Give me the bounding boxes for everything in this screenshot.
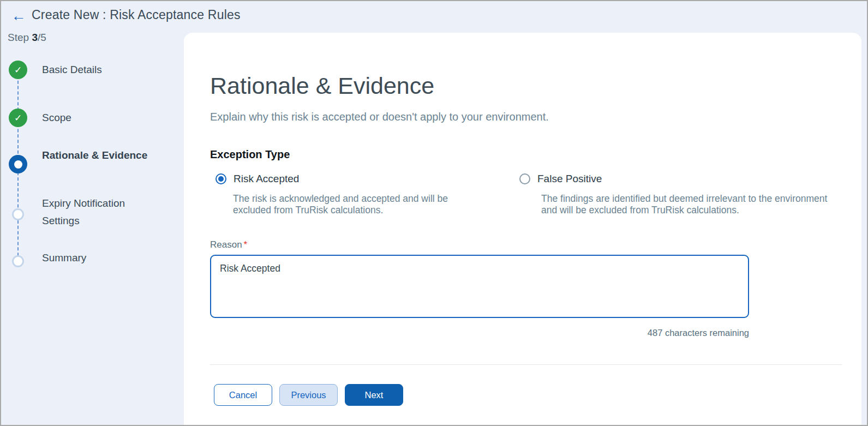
- step-circle-icon-expiry-notification[interactable]: [12, 208, 24, 220]
- radio-option-false-positive[interactable]: False Positive: [519, 173, 602, 185]
- header: ← Create New : Risk Acceptance Rules: [1, 1, 867, 32]
- page-title: Create New : Risk Acceptance Rules: [32, 8, 241, 22]
- step-active-dot-icon-rationale-evidence[interactable]: [9, 155, 27, 173]
- required-asterisk: *: [244, 239, 248, 250]
- main-content-card: Rationale & Evidence Explain why this ri…: [184, 33, 861, 426]
- footer-button-row: Cancel Previous Next: [214, 384, 403, 406]
- exception-type-label: Exception Type: [210, 148, 290, 161]
- radio-label: Risk Accepted: [234, 173, 299, 185]
- back-arrow-icon[interactable]: ←: [9, 7, 28, 25]
- sidebar-item-expiry-notification-settings[interactable]: Expiry Notification Settings: [42, 195, 148, 230]
- reason-label-text: Reason: [210, 239, 242, 250]
- radio-unselected-icon[interactable]: [519, 173, 530, 184]
- cancel-button[interactable]: Cancel: [214, 384, 272, 406]
- step-check-icon-scope[interactable]: ✓: [9, 109, 27, 127]
- check-glyph: ✓: [14, 64, 22, 76]
- radio-label: False Positive: [537, 173, 602, 185]
- footer-divider: [210, 364, 842, 365]
- sidebar-item-scope[interactable]: Scope: [42, 109, 148, 127]
- false-positive-description: The findings are identified but deemed i…: [541, 193, 836, 216]
- step-circle-icon-summary[interactable]: [12, 255, 24, 267]
- step-total: /5: [38, 32, 46, 43]
- sidebar-item-basic-details[interactable]: Basic Details: [42, 61, 148, 79]
- create-new-risk-acceptance-rules-window: ← Create New : Risk Acceptance Rules Ste…: [0, 0, 868, 426]
- step-word: Step: [8, 32, 29, 43]
- radio-option-risk-accepted[interactable]: Risk Accepted: [215, 173, 299, 185]
- characters-remaining-counter: 487 characters remaining: [210, 328, 749, 338]
- section-subtitle: Explain why this risk is accepted or doe…: [210, 111, 549, 123]
- sidebar-item-rationale-evidence[interactable]: Rationale & Evidence: [42, 147, 148, 164]
- step-check-icon-basic-details[interactable]: ✓: [9, 61, 27, 79]
- previous-button[interactable]: Previous: [279, 384, 338, 406]
- next-button[interactable]: Next: [345, 384, 403, 406]
- reason-field-label: Reason*: [210, 239, 247, 250]
- step-current: 3: [32, 32, 38, 43]
- reason-textarea[interactable]: Risk Accepted: [210, 255, 749, 318]
- risk-accepted-description: The risk is acknowledged and accepted an…: [233, 193, 480, 216]
- sidebar-item-summary[interactable]: Summary: [42, 249, 148, 267]
- radio-selected-icon[interactable]: [215, 173, 226, 184]
- check-glyph: ✓: [14, 112, 22, 124]
- step-indicator: Step 3/5: [8, 32, 46, 44]
- section-title: Rationale & Evidence: [210, 68, 434, 104]
